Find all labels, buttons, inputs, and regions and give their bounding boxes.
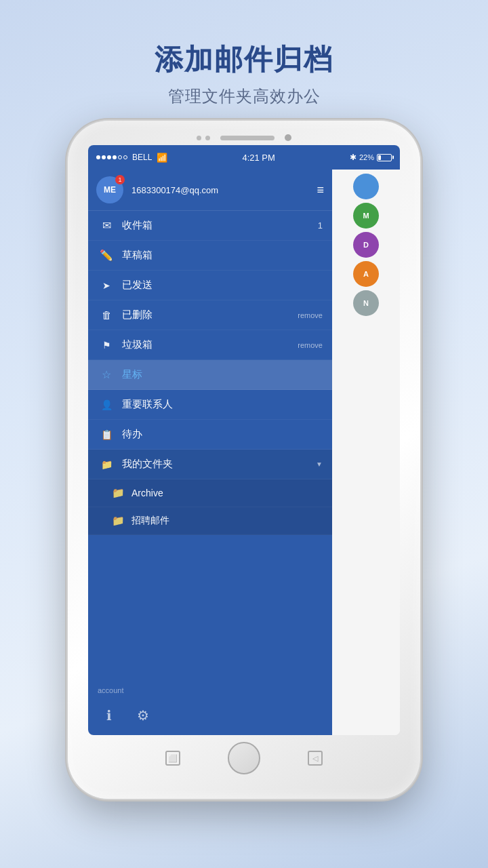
phone-camera bbox=[285, 134, 291, 141]
account-label: account bbox=[88, 685, 332, 698]
sidebar-item-deleted[interactable]: 🗑 已删除 remove bbox=[88, 300, 332, 330]
starred-label: 星标 bbox=[122, 368, 323, 381]
info-icon[interactable]: ℹ bbox=[98, 704, 121, 727]
sidebar-item-myfolder[interactable]: 📁 我的文件夹 ▼ bbox=[88, 450, 332, 479]
status-time: 4:21 PM bbox=[242, 153, 274, 163]
app-content: ME 1 1683300174@qq.com ≡ ✉ 收件箱 1 ✏️ 草稿箱 bbox=[88, 170, 400, 735]
status-bar: BELL 📶 4:21 PM ✱ 22% bbox=[88, 145, 400, 170]
signal-dot-2 bbox=[102, 155, 106, 159]
vip-icon: 👤 bbox=[98, 399, 115, 410]
main-title: 添加邮件归档 bbox=[155, 41, 333, 79]
sidebar-footer: ℹ ⚙ bbox=[88, 698, 332, 735]
email-address: 1683300174@qq.com bbox=[131, 185, 317, 195]
deleted-label: 已删除 bbox=[122, 309, 298, 321]
settings-icon[interactable]: ⚙ bbox=[131, 704, 155, 727]
sent-label: 已发送 bbox=[122, 279, 323, 292]
signal-dot-6 bbox=[123, 155, 127, 159]
inbox-icon: ✉ bbox=[98, 219, 115, 232]
drafts-label: 草稿箱 bbox=[122, 249, 323, 262]
sidebar-item-drafts[interactable]: ✏️ 草稿箱 bbox=[88, 241, 332, 271]
archive-folder-icon: 📁 bbox=[112, 487, 125, 499]
recent-apps-button[interactable]: ◁ bbox=[308, 751, 323, 766]
wifi-icon: 📶 bbox=[157, 153, 167, 163]
signal-dot-4 bbox=[113, 155, 117, 159]
signal-dot-3 bbox=[107, 155, 111, 159]
star-icon: ☆ bbox=[98, 368, 115, 381]
hamburger-menu-icon[interactable]: ≡ bbox=[317, 183, 324, 197]
status-left: BELL 📶 bbox=[96, 153, 167, 163]
float-avatar-2[interactable]: M bbox=[353, 203, 379, 229]
vip-label: 重要联系人 bbox=[122, 398, 323, 411]
recruitment-label: 招聘邮件 bbox=[131, 515, 169, 527]
sidebar-item-spam[interactable]: ⚑ 垃圾箱 remove bbox=[88, 330, 332, 360]
phone-sensors bbox=[197, 136, 210, 140]
battery-percent: 22% bbox=[359, 153, 374, 161]
inbox-label: 收件箱 bbox=[122, 219, 318, 232]
phone-bottom: ⬜ ◁ bbox=[76, 735, 412, 780]
float-avatar-1[interactable] bbox=[353, 174, 379, 199]
main-area: M D A N bbox=[332, 170, 400, 735]
todo-label: 待办 bbox=[122, 428, 323, 441]
sidebar-subfolder-recruitment[interactable]: 📁 招聘邮件 bbox=[88, 507, 332, 535]
spam-label: 垃圾箱 bbox=[122, 338, 298, 351]
myfolder-label: 我的文件夹 bbox=[122, 458, 313, 471]
sensor-dot-2 bbox=[205, 136, 210, 140]
sidebar-header: ME 1 1683300174@qq.com ≡ bbox=[88, 170, 332, 211]
inbox-badge: 1 bbox=[318, 220, 323, 231]
sidebar-item-sent[interactable]: ➤ 已发送 bbox=[88, 271, 332, 300]
recruitment-folder-icon: 📁 bbox=[112, 515, 125, 527]
archive-label: Archive bbox=[131, 488, 163, 498]
battery-fill bbox=[378, 155, 381, 160]
phone-top bbox=[76, 129, 412, 145]
status-right: ✱ 22% bbox=[350, 153, 392, 162]
sent-icon: ➤ bbox=[98, 280, 115, 291]
signal-dot-5 bbox=[118, 155, 122, 159]
sub-title: 管理文件夹高效办公 bbox=[155, 85, 333, 107]
drafts-icon: ✏️ bbox=[98, 249, 115, 262]
dropdown-arrow-icon: ▼ bbox=[316, 460, 323, 468]
deleted-icon: 🗑 bbox=[98, 309, 115, 321]
sidebar: ME 1 1683300174@qq.com ≡ ✉ 收件箱 1 ✏️ 草稿箱 bbox=[88, 170, 332, 735]
home-button[interactable] bbox=[228, 742, 260, 774]
screen: BELL 📶 4:21 PM ✱ 22% bbox=[88, 145, 400, 735]
spam-remove: remove bbox=[298, 341, 323, 349]
carrier-label: BELL bbox=[132, 153, 152, 162]
title-area: 添加邮件归档 管理文件夹高效办公 bbox=[155, 0, 333, 121]
sidebar-subfolder-archive[interactable]: 📁 Archive bbox=[88, 479, 332, 507]
float-avatar-4[interactable]: A bbox=[353, 261, 379, 287]
signal-dot-1 bbox=[96, 155, 100, 159]
floating-avatars: M D A N bbox=[332, 170, 400, 320]
sidebar-item-inbox[interactable]: ✉ 收件箱 1 bbox=[88, 211, 332, 241]
sensor-dot-1 bbox=[197, 136, 201, 140]
sidebar-item-todo[interactable]: 📋 待办 bbox=[88, 420, 332, 450]
phone-frame: BELL 📶 4:21 PM ✱ 22% bbox=[68, 121, 420, 799]
avatar-container: ME 1 bbox=[96, 176, 123, 203]
todo-icon: 📋 bbox=[98, 429, 115, 440]
signal-dots bbox=[96, 155, 127, 159]
spam-icon: ⚑ bbox=[98, 340, 115, 351]
sidebar-item-vip[interactable]: 👤 重要联系人 bbox=[88, 390, 332, 420]
back-button[interactable]: ⬜ bbox=[165, 751, 180, 766]
float-avatar-3[interactable]: D bbox=[353, 232, 379, 258]
avatar-badge: 1 bbox=[115, 175, 125, 184]
float-avatar-5[interactable]: N bbox=[353, 290, 379, 316]
deleted-remove: remove bbox=[298, 311, 323, 319]
phone-speaker bbox=[220, 136, 274, 140]
folder-icon: 📁 bbox=[98, 459, 115, 470]
sidebar-item-starred[interactable]: ☆ 星标 bbox=[88, 360, 332, 390]
battery-icon bbox=[377, 154, 392, 161]
bluetooth-icon: ✱ bbox=[350, 153, 357, 162]
